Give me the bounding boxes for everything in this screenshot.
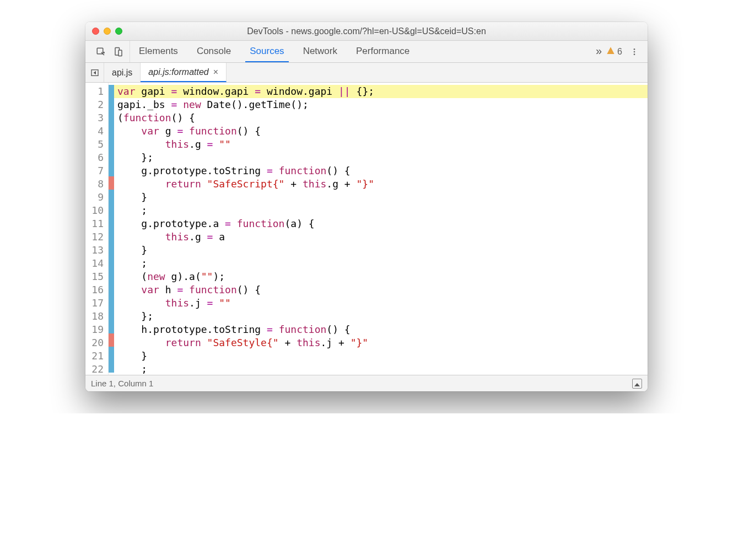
code-line[interactable]: var gapi = window.gapi = window.gapi || … — [114, 85, 648, 98]
file-tab-label: api.js:formatted — [148, 67, 208, 77]
line-number[interactable]: 1 — [91, 85, 104, 98]
coverage-marker — [109, 268, 114, 281]
panel-tabs: ElementsConsoleSourcesNetworkPerformance — [134, 41, 591, 62]
debugger-sidebar-toggle[interactable] — [85, 63, 104, 82]
coverage-marker — [109, 333, 114, 347]
tab-network[interactable]: Network — [299, 41, 342, 62]
close-window-button[interactable] — [92, 28, 99, 35]
tab-sources[interactable]: Sources — [245, 41, 288, 62]
line-number[interactable]: 9 — [91, 191, 104, 204]
coverage-marker — [109, 111, 114, 124]
coverage-marker — [109, 98, 114, 111]
line-number[interactable]: 20 — [91, 336, 104, 349]
coverage-marker — [109, 229, 114, 242]
code-line[interactable]: return "SafeScript{" + this.g + "}" — [114, 177, 648, 191]
svg-rect-2 — [118, 50, 122, 56]
coverage-marker — [109, 137, 114, 150]
line-number[interactable]: 10 — [91, 204, 104, 217]
code-line[interactable]: } — [114, 191, 648, 204]
svg-point-5 — [634, 53, 635, 55]
line-number[interactable]: 2 — [91, 98, 104, 111]
line-number-gutter: 12345678910111213141516171819202122 — [85, 83, 109, 375]
coverage-marker — [109, 347, 114, 360]
inspect-element-icon[interactable] — [93, 44, 109, 60]
code-line[interactable]: ; — [114, 204, 648, 217]
coverage-marker — [109, 203, 114, 216]
line-number[interactable]: 13 — [91, 244, 104, 257]
line-number[interactable]: 21 — [91, 349, 104, 363]
code-line[interactable]: }; — [114, 151, 648, 164]
devtools-window: DevTools - news.google.com/?hl=en-US&gl=… — [85, 22, 648, 391]
code-content[interactable]: var gapi = window.gapi = window.gapi || … — [114, 83, 648, 375]
line-number[interactable]: 15 — [91, 270, 104, 283]
coverage-marker — [109, 150, 114, 164]
coverage-markers — [109, 83, 114, 375]
line-number[interactable]: 16 — [91, 283, 104, 297]
code-line[interactable]: var g = function() { — [114, 125, 648, 138]
settings-menu-button[interactable] — [628, 45, 641, 58]
cursor-position: Line 1, Column 1 — [91, 379, 153, 388]
coverage-marker — [109, 242, 114, 255]
tab-elements[interactable]: Elements — [134, 41, 182, 62]
more-tabs-button[interactable]: » — [591, 41, 606, 62]
line-number[interactable]: 3 — [91, 111, 104, 125]
line-number[interactable]: 14 — [91, 257, 104, 270]
code-line[interactable]: var h = function() { — [114, 283, 648, 297]
status-bar: Line 1, Column 1 — [85, 375, 648, 391]
line-number[interactable]: 17 — [91, 297, 104, 310]
code-line[interactable]: } — [114, 244, 648, 257]
coverage-marker — [109, 85, 114, 98]
coverage-marker — [109, 255, 114, 268]
window-controls — [92, 28, 122, 35]
maximize-window-button[interactable] — [115, 28, 122, 35]
sources-subbar: api.jsapi.js:formatted× — [85, 63, 648, 83]
line-number[interactable]: 18 — [91, 310, 104, 323]
device-mode-icon[interactable] — [111, 44, 126, 60]
code-line[interactable]: ; — [114, 257, 648, 270]
coverage-marker — [109, 176, 114, 190]
file-tab[interactable]: api.js:formatted× — [141, 63, 227, 82]
code-line[interactable]: this.g = "" — [114, 138, 648, 151]
coverage-marker — [109, 359, 114, 373]
line-number[interactable]: 12 — [91, 230, 104, 244]
line-number[interactable]: 6 — [91, 151, 104, 164]
line-number[interactable]: 19 — [91, 323, 104, 336]
svg-point-4 — [634, 51, 635, 52]
code-line[interactable]: h.prototype.toString = function() { — [114, 323, 648, 336]
minimize-window-button[interactable] — [104, 28, 111, 35]
file-tab-label: api.js — [112, 68, 132, 78]
code-line[interactable]: (function() { — [114, 111, 648, 125]
code-line[interactable]: g.prototype.a = function(a) { — [114, 217, 648, 230]
line-number[interactable]: 5 — [91, 138, 104, 151]
titlebar: DevTools - news.google.com/?hl=en-US&gl=… — [85, 22, 648, 41]
code-line[interactable]: } — [114, 349, 648, 363]
coverage-marker — [109, 190, 114, 203]
coverage-marker — [109, 163, 114, 176]
code-line[interactable]: this.g = a — [114, 230, 648, 244]
line-number[interactable]: 22 — [91, 363, 104, 375]
code-line[interactable]: gapi._bs = new Date().getTime(); — [114, 98, 648, 111]
tab-performance[interactable]: Performance — [352, 41, 414, 62]
line-number[interactable]: 4 — [91, 125, 104, 138]
warnings-indicator[interactable]: 6 — [606, 46, 622, 57]
main-toolbar: ElementsConsoleSourcesNetworkPerformance… — [85, 41, 648, 63]
close-icon[interactable]: × — [213, 67, 218, 77]
file-tab[interactable]: api.js — [104, 63, 141, 82]
tab-console[interactable]: Console — [192, 41, 235, 62]
code-line[interactable]: ; — [114, 363, 648, 375]
warning-count: 6 — [617, 47, 622, 57]
line-number[interactable]: 8 — [91, 177, 104, 191]
code-line[interactable]: this.j = "" — [114, 297, 648, 310]
svg-point-3 — [634, 49, 635, 50]
line-number[interactable]: 7 — [91, 164, 104, 177]
code-line[interactable]: g.prototype.toString = function() { — [114, 164, 648, 177]
code-editor[interactable]: 12345678910111213141516171819202122 var … — [85, 83, 648, 375]
line-number[interactable]: 11 — [91, 217, 104, 230]
code-line[interactable]: return "SafeStyle{" + this.j + "}" — [114, 336, 648, 349]
warning-icon — [606, 46, 615, 57]
coverage-marker — [109, 281, 114, 294]
code-line[interactable]: (new g).a(""); — [114, 270, 648, 283]
window-title: DevTools - news.google.com/?hl=en-US&gl=… — [85, 26, 648, 36]
drawer-toggle-button[interactable] — [632, 379, 642, 389]
code-line[interactable]: }; — [114, 310, 648, 323]
